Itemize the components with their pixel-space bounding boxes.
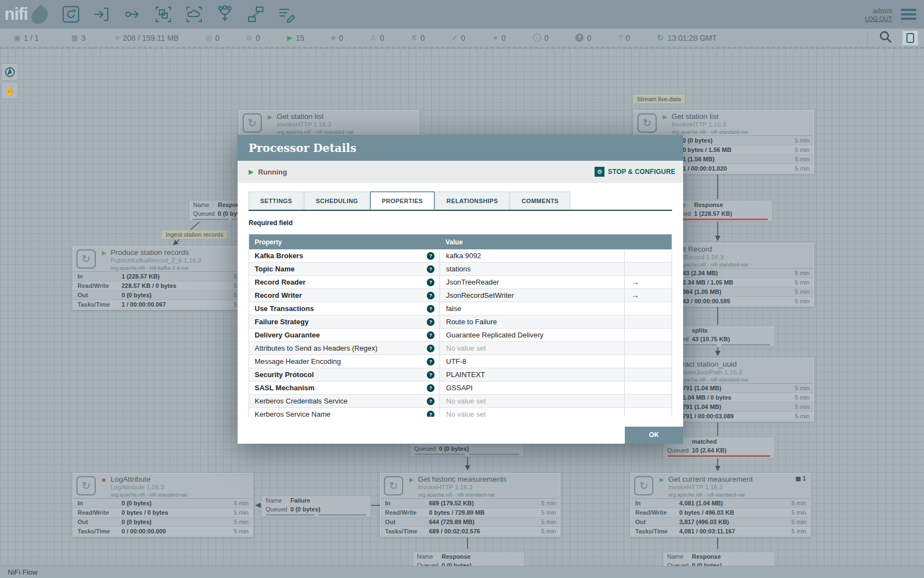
dialog-header: Processor Details bbox=[238, 135, 683, 161]
status-active-threads: ▦3 bbox=[72, 34, 86, 42]
status-stale: ↑0 bbox=[533, 34, 549, 42]
tab-settings[interactable]: SETTINGS bbox=[249, 192, 304, 210]
help-icon[interactable]: ? bbox=[427, 265, 435, 273]
input-port-icon[interactable] bbox=[92, 4, 112, 24]
help-icon[interactable]: ? bbox=[427, 252, 435, 260]
help-icon[interactable]: ? bbox=[427, 318, 435, 326]
asterisk-icon: ∗ bbox=[492, 34, 498, 42]
table-row: Record Writer? JsonRecordSetWriter → bbox=[249, 289, 672, 302]
processor-get-historic-measurements[interactable]: ↻ ▶ Get historic measurements InvokeHTTP… bbox=[380, 473, 560, 537]
label-icon[interactable] bbox=[277, 4, 296, 24]
nifi-logo: nifi bbox=[4, 2, 47, 26]
gear-icon: ⚙ bbox=[595, 167, 604, 177]
go-to-service-icon[interactable]: → bbox=[631, 277, 639, 286]
status-stopped: ■0 bbox=[331, 34, 343, 42]
refresh-icon[interactable]: ↻ bbox=[657, 33, 664, 43]
funnel-icon[interactable] bbox=[215, 4, 235, 24]
help-icon[interactable]: ? bbox=[427, 371, 435, 379]
table-row: Topic Name? stations bbox=[249, 263, 672, 276]
table-row: Security Protocol? PLAINTEXT bbox=[249, 368, 672, 381]
question-icon: ? bbox=[618, 34, 622, 42]
table-row: Kafka Brokers? kafka:9092 bbox=[249, 249, 672, 263]
processor-nar: org.apache.nifi - nifi-standard-nar bbox=[418, 492, 495, 498]
nifi-drop-icon bbox=[28, 4, 51, 28]
stop-icon: ■ bbox=[331, 34, 336, 42]
status-total-queued: ≡208 / 159.11 MB bbox=[116, 34, 179, 42]
table-row: Attributes to Send as Headers (Regex)? N… bbox=[249, 342, 672, 355]
help-icon[interactable]: ? bbox=[427, 331, 435, 339]
ok-button[interactable]: OK bbox=[625, 427, 683, 444]
canvas-label[interactable]: Ingest station records bbox=[161, 230, 228, 239]
status-locally-modified: ∗0 bbox=[492, 34, 506, 42]
tab-scheduling[interactable]: SCHEDULING bbox=[304, 192, 370, 210]
processor-produce-station-records[interactable]: ↻ ▶ Produce station records PublishKafka… bbox=[73, 246, 253, 310]
processor-name: Get current measurement bbox=[668, 475, 753, 483]
help-icon[interactable]: ? bbox=[427, 358, 435, 366]
stop-and-configure-button[interactable]: ⚙ STOP & CONFIGURE bbox=[595, 167, 675, 177]
properties-table-header: Property Value bbox=[249, 235, 672, 249]
help-icon[interactable]: ? bbox=[427, 345, 435, 352]
dialog-status-row: ▶ Running ⚙ STOP & CONFIGURE bbox=[238, 161, 683, 183]
navigate-palette-button[interactable] bbox=[1, 63, 18, 80]
logout-link[interactable]: LOG OUT bbox=[865, 15, 892, 22]
run-status-icon: ▶ bbox=[663, 113, 667, 121]
processor-nar: org.apache.nifi - nifi-standard-nar bbox=[111, 492, 188, 498]
component-toolbar bbox=[61, 4, 296, 24]
processor-nar: org.apache.nifi - nifi-kafka-2-6-nar bbox=[111, 265, 189, 271]
processor-type-icon: ↻ bbox=[243, 113, 262, 133]
help-icon[interactable]: ? bbox=[427, 411, 435, 417]
help-icon[interactable]: ? bbox=[427, 397, 435, 405]
processor-type: InvokeHTTP 1.16.3 bbox=[668, 484, 723, 490]
table-row: Record Reader? JsonTreeReader → bbox=[249, 276, 672, 289]
processor-name: Produce station records bbox=[111, 248, 189, 257]
processor-icon[interactable] bbox=[61, 4, 81, 24]
remote-process-group-icon[interactable] bbox=[184, 4, 204, 24]
tab-comments[interactable]: COMMENTS bbox=[510, 192, 570, 210]
global-menu-icon[interactable] bbox=[901, 7, 916, 22]
app-header: nifi admin LOG OUT bbox=[0, 0, 924, 29]
process-group-icon[interactable] bbox=[153, 4, 173, 24]
go-to-service-icon[interactable]: → bbox=[631, 291, 639, 299]
table-row: Message Header Encoding? UTF-8 bbox=[249, 355, 672, 368]
output-port-icon[interactable] bbox=[123, 4, 142, 24]
processor-type: InvokeHTTP 1.16.3 bbox=[277, 121, 331, 128]
connection-failure[interactable]: NameFailure Queued0 (0 bytes) bbox=[261, 495, 371, 517]
cubes-icon: ▣ bbox=[14, 34, 20, 42]
status-modified-stale: !0 bbox=[575, 34, 591, 42]
search-button[interactable] bbox=[878, 29, 893, 47]
help-icon[interactable]: ? bbox=[427, 384, 435, 392]
properties-table-rows: Kafka Brokers? kafka:9092 Topic Name? st… bbox=[249, 249, 672, 417]
run-status-icon: ▶ bbox=[409, 476, 414, 483]
help-icon[interactable]: ? bbox=[427, 279, 435, 286]
status-not-transmitting: ⊘0 bbox=[246, 34, 260, 42]
processor-type-icon: ↻ bbox=[76, 249, 96, 269]
help-icon[interactable]: ? bbox=[427, 305, 435, 313]
operate-palette-button[interactable]: ☝ bbox=[1, 82, 18, 99]
stopped-status-icon: ■ bbox=[102, 476, 106, 484]
processor-get-current-measurement[interactable]: ↻ ▶ Get current measurement InvokeHTTP 1… bbox=[630, 473, 811, 537]
flow-status-bar: ▣1 / 1 ▦3 ≡208 / 159.11 MB ◎0 ⊘0 ▶15 ■0 … bbox=[0, 29, 924, 47]
tab-properties[interactable]: PROPERTIES bbox=[370, 192, 435, 210]
processor-nar: org.apache.nifi - nifi-standard-nar bbox=[672, 129, 749, 135]
refresh-status[interactable]: ↻13:01:28 GMT bbox=[657, 33, 717, 43]
birdseye-toggle-button[interactable] bbox=[902, 30, 919, 46]
run-status-icon: ▶ bbox=[268, 113, 272, 121]
nifi-logo-text: nifi bbox=[4, 2, 28, 26]
check-icon: ✓ bbox=[452, 34, 458, 42]
status-disabled: ↯0 bbox=[411, 34, 425, 42]
template-icon[interactable] bbox=[246, 4, 266, 24]
run-status-icon: ▶ bbox=[659, 476, 664, 483]
canvas-label[interactable]: Stream live-data bbox=[632, 94, 685, 104]
running-status-icon: ▶ bbox=[249, 168, 254, 176]
value-column-header: Value bbox=[439, 238, 672, 246]
processor-type: PublishKafkaRecord_2_6 1.16.3 bbox=[111, 257, 201, 264]
transmit-icon: ◎ bbox=[206, 34, 212, 42]
help-icon[interactable]: ? bbox=[427, 292, 435, 299]
breadcrumb[interactable]: NiFi Flow bbox=[8, 568, 37, 576]
processor-name: Get historic measurements bbox=[418, 475, 507, 483]
tab-relationships[interactable]: RELATIONSHIPS bbox=[435, 192, 510, 210]
processor-logattribute[interactable]: ↻ ■ LogAttribute LogAttribute 1.16.3 org… bbox=[73, 473, 253, 537]
processor-name: Get station list bbox=[277, 112, 324, 121]
table-row: Kerberos Service Name? No value set bbox=[249, 408, 672, 417]
list-icon: ≡ bbox=[116, 34, 120, 42]
